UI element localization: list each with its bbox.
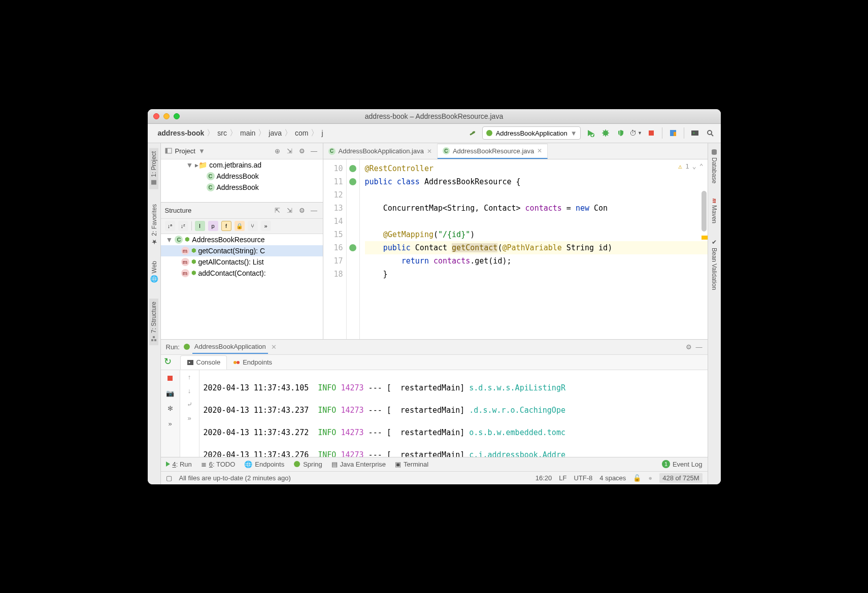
structure-member-1[interactable]: m ⬢ getAllContacts(): List: [161, 256, 323, 268]
structure-panel-header: Structure ⇱ ⇲ ⚙ —: [161, 203, 323, 219]
tree-class-2[interactable]: C AddressBook: [161, 182, 323, 193]
code-editor[interactable]: 101112 131415 161718 @RestContr: [323, 159, 708, 339]
build-button[interactable]: [467, 127, 478, 139]
more-icon[interactable]: »: [187, 414, 191, 422]
crumb-4[interactable]: com: [295, 129, 308, 137]
up-icon[interactable]: ↑: [188, 373, 191, 381]
event-log[interactable]: 1Event Log: [662, 460, 703, 468]
crumb-2[interactable]: main: [240, 129, 255, 137]
expand-all-icon[interactable]: ⇲: [285, 146, 294, 155]
tool-database[interactable]: Database: [711, 148, 718, 183]
todo-tool[interactable]: ≣6: TODO: [201, 460, 236, 468]
crumb-1[interactable]: src: [217, 129, 227, 137]
search-button[interactable]: [705, 127, 716, 139]
run-toolbar: 📷 ✻ »: [161, 370, 180, 457]
tool-favorites[interactable]: ★ 2: Favorites: [150, 204, 158, 246]
line-ending[interactable]: LF: [559, 474, 566, 482]
gear-icon[interactable]: ⚙: [686, 343, 692, 351]
lock-icon[interactable]: 🔓: [633, 474, 641, 482]
stop-button[interactable]: [165, 373, 175, 383]
tool-web[interactable]: 🌐 Web: [150, 261, 158, 283]
sort-visibility-icon[interactable]: ↓ᵃ: [165, 221, 175, 231]
inspection-icon[interactable]: ●: [648, 474, 652, 482]
tool-bean-validation[interactable]: ✔ Bean Validation: [711, 239, 718, 290]
endpoints-tab[interactable]: Endpoints: [227, 355, 278, 370]
jee-tool[interactable]: ▤Java Enterprise: [331, 460, 386, 468]
more-icon[interactable]: »: [261, 221, 271, 231]
select-opened-icon[interactable]: ⊕: [273, 146, 282, 155]
terminal-tool[interactable]: ▣Terminal: [395, 460, 428, 468]
leaf-icon[interactable]: [349, 178, 356, 185]
layout-button[interactable]: ✻: [165, 404, 175, 414]
update-button[interactable]: [667, 127, 679, 139]
run-config-select[interactable]: AddressBookApplication ▼: [482, 126, 581, 140]
structure-icon: [150, 335, 157, 342]
debug-button[interactable]: [600, 127, 611, 139]
hide-icon[interactable]: —: [696, 343, 703, 351]
sort-alpha-icon[interactable]: ↓ᶻ: [178, 221, 188, 231]
svg-point-6: [708, 130, 712, 135]
coverage-button[interactable]: [615, 127, 626, 139]
dump-button[interactable]: 📷: [165, 388, 175, 399]
structure-member-2[interactable]: m ⬢ addContact(Contact):: [161, 268, 323, 279]
maximize-icon[interactable]: [174, 113, 180, 119]
tool-windows-icon[interactable]: ▢: [166, 474, 172, 482]
down-icon[interactable]: ↓: [188, 387, 191, 394]
hide-icon[interactable]: —: [310, 146, 319, 155]
minimize-icon[interactable]: [163, 113, 170, 119]
leaf-icon[interactable]: [349, 244, 356, 251]
toolbar: address-book〉 src〉 main〉 java〉 com〉 j Ad…: [148, 124, 721, 143]
rerun-icon[interactable]: ↻: [164, 356, 172, 367]
close-icon[interactable]: [153, 113, 159, 119]
console-output[interactable]: 2020-04-13 11:37:43.105 INFO 14273 --- […: [199, 370, 708, 457]
crumb-5[interactable]: j: [321, 129, 323, 137]
settings-icon[interactable]: ⚙: [297, 146, 307, 155]
warning-marker[interactable]: [702, 236, 708, 240]
run-anything-button[interactable]: [689, 127, 700, 139]
chevron-down-icon[interactable]: ⌄: [692, 162, 696, 170]
structure-member-0[interactable]: m ⬢ getContact(String): C: [161, 245, 323, 256]
leaf-icon[interactable]: [349, 165, 356, 172]
tool-structure[interactable]: 7: Structure: [149, 299, 158, 345]
breadcrumb[interactable]: address-book〉 src〉 main〉 java〉 com〉 j: [158, 128, 323, 139]
filter-i-icon[interactable]: I: [195, 221, 205, 231]
stop-button[interactable]: [646, 127, 657, 139]
close-tab-icon[interactable]: ✕: [537, 147, 542, 154]
close-tab-icon[interactable]: ✕: [427, 148, 432, 155]
tree-class-1[interactable]: C AddressBook: [161, 171, 323, 182]
run-button[interactable]: [585, 127, 596, 139]
scrollbar-thumb[interactable]: [702, 191, 707, 232]
crumb-3[interactable]: java: [269, 129, 282, 137]
project-panel-header: Project ▼ ⊕ ⇲ ⚙ —: [161, 143, 323, 159]
run-tool[interactable]: 4: Run: [166, 460, 192, 468]
memory-indicator[interactable]: 428 of 725M: [659, 473, 702, 483]
console-tab[interactable]: Console: [180, 355, 227, 370]
tree-package[interactable]: ▼ ▸📁 com.jetbrains.ad: [161, 159, 323, 171]
close-run-tab-icon[interactable]: ✕: [271, 343, 277, 351]
collapse-icon[interactable]: ⇲: [285, 206, 294, 215]
endpoints-tool[interactable]: 🌐Endpoints: [244, 460, 284, 468]
cursor-pos[interactable]: 16:20: [536, 474, 552, 482]
structure-root[interactable]: ▼ C ⬢ AddressBookResource: [161, 234, 323, 245]
editor-tab-0[interactable]: C AddressBookApplication.java ✕: [323, 144, 438, 159]
encoding[interactable]: UTF-8: [574, 474, 592, 482]
inspection-widget[interactable]: ⚠ 1 ⌄ ⌃: [678, 162, 703, 170]
branch-icon[interactable]: ⑂: [248, 221, 258, 231]
spring-tool[interactable]: Spring: [293, 460, 322, 468]
profile-button[interactable]: ⏱▼: [630, 127, 642, 139]
filter-f-icon[interactable]: f: [221, 221, 231, 231]
hide-icon[interactable]: —: [310, 206, 319, 215]
crumb-0[interactable]: address-book: [158, 129, 205, 137]
editor-tab-1[interactable]: C AddressBookResource.java ✕: [438, 144, 548, 159]
more-icon[interactable]: »: [165, 419, 175, 429]
lock-icon[interactable]: 🔒: [235, 221, 245, 231]
tool-project[interactable]: 1: Project: [149, 148, 158, 189]
expand-icon[interactable]: ⇱: [273, 206, 282, 215]
wrap-icon[interactable]: ⤶: [187, 401, 192, 408]
tool-maven[interactable]: m Maven: [711, 199, 718, 223]
settings-icon[interactable]: ⚙: [297, 206, 307, 215]
filter-p-icon[interactable]: p: [208, 221, 218, 231]
chevron-up-icon[interactable]: ⌃: [699, 162, 704, 170]
indent[interactable]: 4 spaces: [599, 474, 626, 482]
structure-panel-title: Structure: [165, 207, 192, 214]
